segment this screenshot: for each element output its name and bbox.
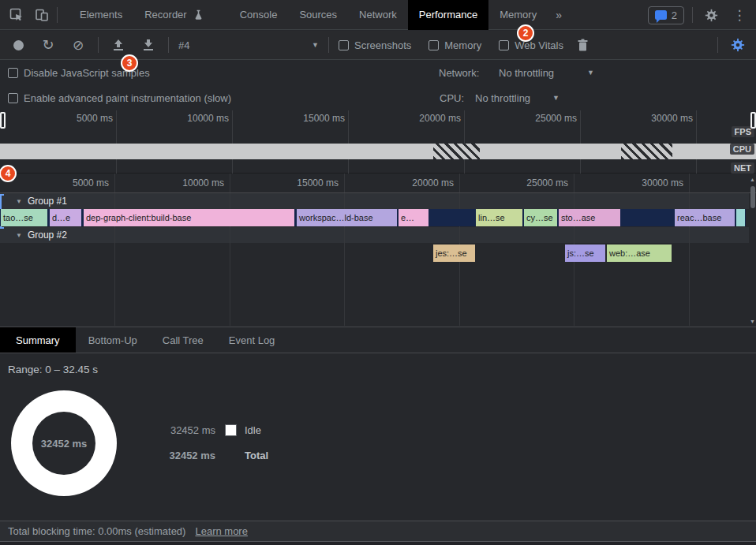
cpu-idle-hatch <box>621 144 672 159</box>
reload-and-record-button[interactable]: ↻ <box>38 35 58 55</box>
lane-label-cpu: CPU <box>730 144 754 155</box>
tab-sources[interactable]: Sources <box>288 0 348 30</box>
timeline-event-bar[interactable]: js:…se <box>565 245 605 262</box>
annotation-badge-3: 3 <box>121 54 138 72</box>
memory-checkbox[interactable]: Memory <box>429 39 481 51</box>
tab-recorder[interactable]: Recorder <box>133 0 214 30</box>
feedback-button[interactable]: 2 <box>648 6 684 24</box>
performance-toolbar: ↻ ⊘ #4 ▼ ScreenshotsMemoryWeb Vitals <box>0 31 756 60</box>
ruler-tick-label: 30000 ms <box>597 177 683 189</box>
group-header-1[interactable]: ▼Group #1 <box>0 193 749 209</box>
inspect-element-icon[interactable] <box>6 5 27 25</box>
timeline-event-bar[interactable]: web:…ase <box>607 245 672 262</box>
lane-label-net: NET <box>731 162 754 174</box>
timeline-event-bar[interactable]: sto…ase <box>559 209 620 226</box>
overview-left-handle[interactable] <box>0 112 6 129</box>
cpu-dropdown-icon[interactable]: ▼ <box>552 94 560 102</box>
session-selector[interactable]: #4 ▼ <box>178 39 319 51</box>
timeline-event-bar[interactable]: lin…se <box>476 209 522 226</box>
timeline-track-area[interactable]: ▼Group #1▼Group #2 5000 ms10000 ms15000 … <box>0 174 756 326</box>
toolbar-right <box>717 35 748 55</box>
overview-cpu-band <box>0 144 756 159</box>
overview-tick <box>348 110 349 174</box>
group-name: Group #1 <box>28 196 67 207</box>
network-throttle-value[interactable]: No throttling <box>499 67 554 79</box>
annotation-badge-4: 4 <box>0 165 17 182</box>
vertical-scrollbar[interactable]: ▲ ▼ <box>749 175 756 326</box>
group2-bars: jes:…sejs:…seweb:…ase <box>0 245 749 262</box>
overview-right-handle[interactable] <box>750 112 756 129</box>
timeline-event-bar[interactable] <box>736 209 745 226</box>
timeline-overview[interactable]: 5000 ms10000 ms15000 ms20000 ms25000 ms3… <box>0 110 756 174</box>
ruler-tick-label: 5000 ms <box>22 177 109 189</box>
group-name: Group #2 <box>28 230 67 241</box>
settings-gear-icon[interactable] <box>701 5 721 25</box>
timeline-event-bar[interactable]: reac…base <box>675 209 735 226</box>
tab-bottom-up[interactable]: Bottom-Up <box>76 327 150 353</box>
advanced-paint-checkbox[interactable]: Enable advanced paint instrumentation (s… <box>8 92 231 104</box>
toolbar-divider-3 <box>328 37 329 53</box>
overview-tick <box>232 110 233 174</box>
more-options-icon[interactable]: ⋮ <box>729 5 750 25</box>
legend-row-total: 32452 ms Total <box>144 450 268 461</box>
group-header-2[interactable]: ▼Group #2 <box>0 227 749 243</box>
overview-tick <box>464 110 465 174</box>
screenshots-label: Screenshots <box>354 39 411 51</box>
annotation-badge-2: 2 <box>517 24 534 42</box>
cpu-throttle-value[interactable]: No throttling <box>475 92 530 104</box>
trash-icon[interactable] <box>573 35 593 55</box>
cpu-idle-hatch <box>433 144 480 159</box>
screenshots-checkbox[interactable]: Screenshots <box>339 39 411 51</box>
timeline-event-bar[interactable]: workspac…ld-base <box>297 209 397 226</box>
tab-summary[interactable]: Summary <box>0 327 76 353</box>
tab-elements-label: Elements <box>80 0 122 30</box>
timeline-event-bar[interactable]: tao…se <box>1 209 47 226</box>
network-dropdown-icon[interactable]: ▼ <box>587 69 594 77</box>
timeline-event-bar[interactable]: e… <box>399 209 429 226</box>
timeline-event-bar[interactable]: dep-graph-client:build-base <box>84 209 294 226</box>
overview-tick-label: 10000 ms <box>142 113 229 124</box>
overview-tick <box>580 110 581 174</box>
scrollbar-thumb[interactable] <box>750 186 755 208</box>
capture-settings-gear-icon[interactable] <box>728 35 748 55</box>
memory-label: Memory <box>444 39 481 51</box>
web-vitals-checkbox[interactable]: Web Vitals <box>499 39 563 51</box>
main-tabs: ElementsRecorderConsoleSourcesNetworkPer… <box>69 0 570 30</box>
overview-tick-label: 25000 ms <box>490 113 577 124</box>
tab-network[interactable]: Network <box>348 0 408 30</box>
idle-swatch <box>225 424 237 436</box>
idle-label: Idle <box>245 424 261 436</box>
record-button[interactable] <box>8 35 28 55</box>
collapse-triangle-icon[interactable]: ▼ <box>16 198 22 205</box>
tab-performance[interactable]: Performance <box>408 0 488 30</box>
overview-tick <box>696 110 697 174</box>
load-profile-icon[interactable] <box>108 35 129 55</box>
tab-call-tree[interactable]: Call Tree <box>150 327 216 353</box>
total-value: 32452 ms <box>144 450 215 461</box>
checkbox-icon <box>8 68 18 78</box>
more-tabs-chevron[interactable]: » <box>548 0 570 30</box>
recorder-flask-icon <box>193 9 204 21</box>
summary-panel: Range: 0 – 32.45 s 32452 ms 32452 ms Idl… <box>0 354 756 521</box>
collapse-triangle-icon[interactable]: ▼ <box>16 232 22 239</box>
overview-tick-label: 20000 ms <box>374 113 461 124</box>
tab-call-tree-label: Call Tree <box>163 334 204 346</box>
device-toolbar-icon[interactable] <box>32 5 52 25</box>
tab-console[interactable]: Console <box>229 0 289 30</box>
learn-more-link[interactable]: Learn more <box>195 525 247 537</box>
ruler-tick-label: 15000 ms <box>252 177 339 189</box>
scroll-down-icon[interactable]: ▼ <box>750 319 755 324</box>
clear-recording-button[interactable]: ⊘ <box>68 35 88 55</box>
tab-elements[interactable]: Elements <box>69 0 133 30</box>
tabbar-left-icons <box>0 5 58 25</box>
save-profile-icon[interactable] <box>138 35 159 55</box>
scroll-up-icon[interactable]: ▲ <box>750 177 755 182</box>
capture-checkboxes: ScreenshotsMemoryWeb Vitals <box>339 39 563 51</box>
tab-console-label: Console <box>240 0 278 30</box>
timeline-event-bar[interactable]: jes:…se <box>433 245 475 262</box>
timeline-event-bar[interactable]: d…e <box>50 209 81 226</box>
checkbox-icon <box>339 40 349 50</box>
tab-event-log[interactable]: Event Log <box>216 327 288 353</box>
tab-memory[interactable]: Memory <box>488 0 548 30</box>
timeline-event-bar[interactable]: cy…se <box>524 209 557 226</box>
